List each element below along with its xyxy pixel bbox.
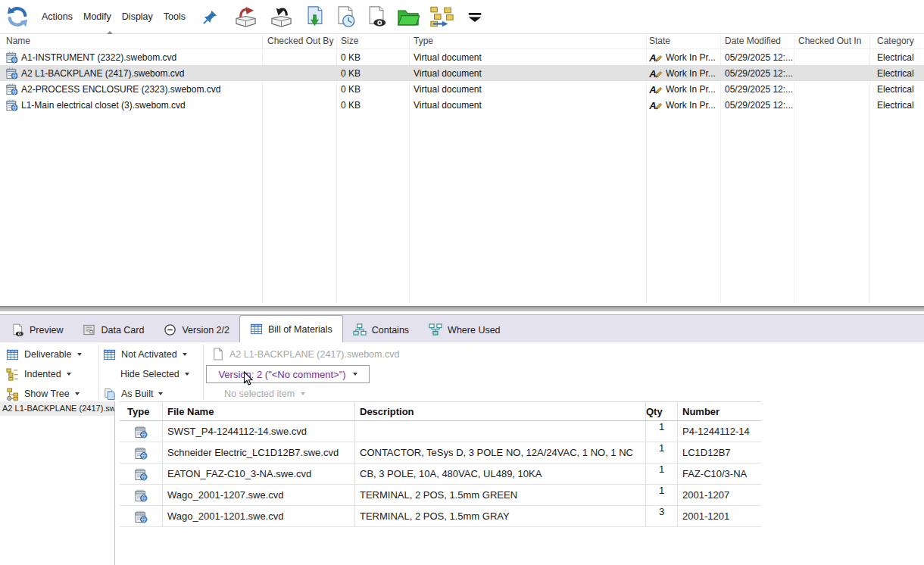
state-label: Work In Pr... (666, 84, 716, 95)
type-value: Virtual document (409, 84, 646, 95)
open-folder-icon[interactable] (397, 7, 420, 27)
tab-contains[interactable]: Contains (343, 317, 419, 342)
file-row[interactable]: A1-INSTRUMENT (2322).swebom.cvd 0 KB Vir… (0, 49, 924, 65)
file-row[interactable]: A2-PROCESS ENCLOSURE (2323).swebom.cvd 0… (0, 81, 924, 97)
column-header-checked-out-in[interactable]: Checked Out In (794, 34, 869, 48)
date-modified-value: 05/29/2025 12:... (720, 84, 794, 95)
bom-file-name: Schneider Electric_LC1D12B7.swe.cvd (162, 442, 354, 463)
pin-icon[interactable] (203, 10, 217, 24)
category-value: Electrical (869, 84, 924, 95)
column-header-name[interactable]: Name (0, 34, 262, 48)
size-value: 0 KB (336, 84, 409, 95)
work-in-progress-icon: A (649, 52, 663, 63)
bom-row[interactable]: EATON_FAZ-C10_3-NA.swe.cvd CB, 3 POLE, 1… (120, 464, 761, 485)
column-header-checked-out-by[interactable]: Checked Out By (262, 34, 336, 48)
pane-splitter[interactable] (0, 306, 924, 311)
file-name-label: A1-INSTRUMENT (2322).swebom.cvd (21, 52, 176, 63)
bom-column-type[interactable]: Type (120, 406, 162, 417)
bom-column-qty[interactable]: Qty (645, 402, 677, 420)
bom-tree-item[interactable]: A2 L1-BACKPLANE (2417).sweb (0, 401, 114, 416)
document-icon (213, 348, 223, 361)
type-value: Virtual document (409, 100, 646, 111)
show-tree-dropdown[interactable]: Show Tree (6, 386, 80, 402)
tab-bill-of-materials[interactable]: Bill of Materials (239, 315, 343, 342)
mouse-cursor (243, 371, 253, 386)
as-built-dropdown[interactable]: As Built (103, 386, 163, 402)
chevron-down-icon (75, 392, 80, 395)
check-in-icon[interactable] (268, 6, 295, 28)
tab-data-card[interactable]: Data Card (73, 317, 154, 342)
tab-preview[interactable]: Preview (2, 317, 73, 342)
category-value: Electrical (869, 52, 924, 63)
tab-version[interactable]: Version 2/2 (154, 317, 239, 342)
version-label: Version: 2 ("<No comment>") (218, 369, 345, 380)
update-tree-icon[interactable] (429, 6, 454, 28)
menu-display[interactable]: Display (117, 8, 158, 25)
show-tree-label: Show Tree (24, 389, 70, 399)
column-header-category[interactable]: Category (869, 34, 924, 48)
main-toolbar: Actions Modify Display Tools (0, 0, 924, 34)
tab-label: Contains (372, 325, 409, 336)
chevron-down-icon (301, 392, 305, 395)
indented-label: Indented (24, 369, 61, 379)
bom-number: 2001-1201 (677, 506, 761, 526)
get-latest-version-icon[interactable] (304, 5, 326, 28)
file-list-header: Name Checked Out By Size Type State Date… (0, 34, 924, 49)
get-version-icon[interactable] (335, 5, 357, 28)
bom-column-description[interactable]: Description (354, 402, 645, 420)
bom-column-number[interactable]: Number (677, 402, 761, 420)
size-value: 0 KB (336, 52, 409, 63)
indented-dropdown[interactable]: Indented (6, 366, 71, 382)
bom-qty: 3 (645, 506, 677, 526)
bom-qty: 1 (645, 485, 677, 505)
file-row[interactable]: A2 L1-BACKPLANE (2417).swebom.cvd 0 KB V… (0, 65, 924, 81)
virtual-document-icon (6, 98, 18, 111)
bom-row[interactable]: Wago_2001-1207.swe.cvd TERMINAL, 2 POS, … (120, 485, 761, 506)
column-header-size[interactable]: Size (336, 34, 409, 48)
no-selected-item-dropdown[interactable]: No selected item (224, 389, 305, 399)
column-header-date-modified[interactable]: Date Modified (720, 34, 794, 48)
deliverable-dropdown[interactable]: Deliverable (6, 346, 82, 363)
state-label: Work In Pr... (666, 52, 716, 63)
deliverable-table-icon (6, 348, 19, 361)
toolbar-overflow-icon[interactable] (467, 11, 483, 23)
size-value: 0 KB (336, 68, 409, 79)
type-value: Virtual document (409, 68, 646, 79)
bom-column-file-name[interactable]: File Name (162, 402, 354, 420)
control-divider (98, 345, 99, 400)
pdm-logo-icon (6, 5, 29, 28)
as-built-pages-icon (103, 388, 116, 401)
bom-row[interactable]: Wago_2001-1201.swe.cvd TERMINAL, 2 POS, … (120, 506, 761, 527)
bom-description (354, 421, 645, 442)
tab-label: Data Card (101, 325, 144, 336)
virtual-document-icon (6, 67, 18, 80)
bom-row[interactable]: SWST_P4-1244112-14.swe.cvd 1 P4-1244112-… (120, 421, 761, 442)
tab-where-used[interactable]: Where Used (419, 317, 510, 342)
version-circle-icon (164, 323, 176, 336)
menu-modify[interactable]: Modify (78, 8, 117, 25)
chevron-down-icon (183, 353, 187, 356)
menu-tools[interactable]: Tools (158, 8, 191, 25)
not-activated-dropdown[interactable]: Not Activated (103, 346, 187, 363)
bom-qty: 1 (645, 442, 677, 463)
preview-document-icon[interactable] (366, 5, 388, 28)
version-dropdown-button[interactable]: Version: 2 ("<No comment>") (206, 365, 370, 383)
chevron-down-icon (77, 353, 82, 356)
bom-source-document-label: A2 L1-BACKPLANE (2417).swebom.cvd (229, 349, 399, 360)
column-header-state[interactable]: State (646, 34, 720, 48)
virtual-document-icon (135, 510, 148, 523)
size-value: 0 KB (336, 100, 409, 111)
column-header-type[interactable]: Type (409, 34, 646, 48)
check-out-icon[interactable] (233, 6, 259, 28)
bom-row[interactable]: Schneider Electric_LC1D12B7.swe.cvd CONT… (120, 442, 761, 464)
file-name-label: L1-Main electrical closet (3).swebom.cvd (21, 100, 186, 111)
control-divider (203, 345, 204, 400)
tab-label: Where Used (448, 325, 500, 336)
bom-source-document: A2 L1-BACKPLANE (2417).swebom.cvd (213, 348, 399, 361)
virtual-document-icon (6, 51, 18, 64)
file-row[interactable]: L1-Main electrical closet (3).swebom.cvd… (0, 97, 924, 113)
svg-text:A: A (649, 68, 657, 79)
hide-selected-dropdown[interactable]: Hide Selected (120, 366, 189, 382)
menu-actions[interactable]: Actions (36, 8, 78, 25)
as-built-label: As Built (121, 389, 153, 399)
